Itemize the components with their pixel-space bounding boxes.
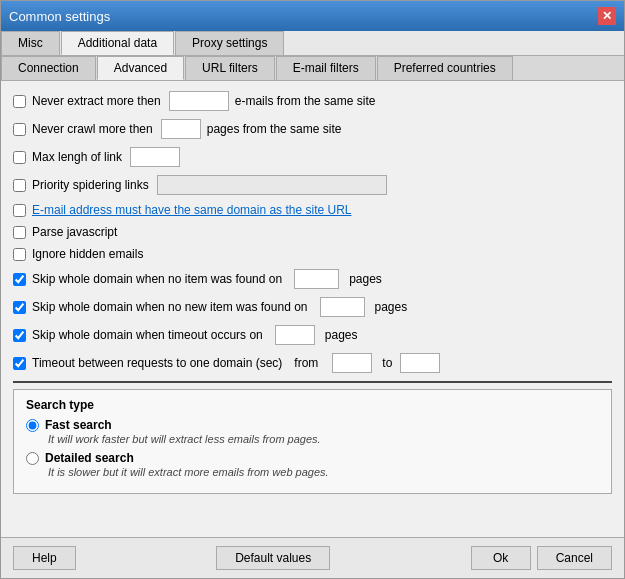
- timeout-between-text: Timeout between requests to one domain (…: [32, 356, 282, 370]
- title-bar: Common settings ✕: [1, 1, 624, 31]
- never-extract-input[interactable]: 10000: [169, 91, 229, 111]
- max-length-checkbox[interactable]: [13, 151, 26, 164]
- timeout-to-input[interactable]: 5: [400, 353, 440, 373]
- tab-misc[interactable]: Misc: [1, 31, 60, 55]
- bottom-tab-row: Connection Advanced URL filters E-mail f…: [1, 56, 624, 81]
- footer: Help Default values Ok Cancel: [1, 537, 624, 578]
- cancel-button[interactable]: Cancel: [537, 546, 612, 570]
- ignore-hidden-text: Ignore hidden emails: [32, 247, 143, 261]
- footer-right: Ok Cancel: [471, 546, 612, 570]
- priority-spidering-label[interactable]: Priority spidering links: [13, 178, 149, 192]
- tab-connection[interactable]: Connection: [1, 56, 96, 80]
- skip-no-new-item-text: Skip whole domain when no new item was f…: [32, 300, 308, 314]
- tab-additional-data[interactable]: Additional data: [61, 31, 174, 55]
- content-area: Never extract more then 10000 e-mails fr…: [1, 81, 624, 537]
- close-button[interactable]: ✕: [598, 7, 616, 25]
- max-length-label[interactable]: Max lengh of link: [13, 150, 122, 164]
- detailed-search-description: It is slower but it will extract more em…: [48, 465, 599, 480]
- skip-timeout-label[interactable]: Skip whole domain when timeout occurs on: [13, 328, 263, 342]
- never-crawl-input[interactable]: 3: [161, 119, 201, 139]
- skip-timeout-suffix: pages: [325, 328, 358, 342]
- max-length-input[interactable]: 128: [130, 147, 180, 167]
- parse-javascript-text: Parse javascript: [32, 225, 117, 239]
- window-title: Common settings: [9, 9, 110, 24]
- tab-advanced[interactable]: Advanced: [97, 56, 184, 80]
- max-length-text: Max lengh of link: [32, 150, 122, 164]
- main-window: Common settings ✕ Misc Additional data P…: [0, 0, 625, 579]
- skip-timeout-row: Skip whole domain when timeout occurs on…: [13, 325, 612, 345]
- search-type-title: Search type: [26, 398, 599, 412]
- never-extract-checkbox[interactable]: [13, 95, 26, 108]
- fast-search-option: Fast search It will work faster but will…: [26, 418, 599, 447]
- skip-no-new-item-checkbox[interactable]: [13, 301, 26, 314]
- skip-no-new-item-label[interactable]: Skip whole domain when no new item was f…: [13, 300, 308, 314]
- fast-search-radio[interactable]: [26, 419, 39, 432]
- help-button[interactable]: Help: [13, 546, 76, 570]
- max-length-row: Max lengh of link 128: [13, 147, 612, 167]
- never-crawl-checkbox[interactable]: [13, 123, 26, 136]
- timeout-between-label[interactable]: Timeout between requests to one domain (…: [13, 356, 282, 370]
- tab-url-filters[interactable]: URL filters: [185, 56, 275, 80]
- priority-spidering-text: Priority spidering links: [32, 178, 149, 192]
- never-extract-text: Never extract more then: [32, 94, 161, 108]
- never-crawl-text: Never crawl more then: [32, 122, 153, 136]
- skip-no-item-row: Skip whole domain when no item was found…: [13, 269, 612, 289]
- same-domain-label[interactable]: E-mail address must have the same domain…: [13, 203, 351, 217]
- detailed-search-option: Detailed search It is slower but it will…: [26, 451, 599, 480]
- tab-email-filters[interactable]: E-mail filters: [276, 56, 376, 80]
- fast-search-text: Fast search: [45, 418, 112, 432]
- separator: [13, 381, 612, 383]
- never-extract-row: Never extract more then 10000 e-mails fr…: [13, 91, 612, 111]
- timeout-to-label: to: [382, 356, 392, 370]
- skip-no-item-text: Skip whole domain when no item was found…: [32, 272, 282, 286]
- skip-timeout-text: Skip whole domain when timeout occurs on: [32, 328, 263, 342]
- never-extract-suffix: e-mails from the same site: [235, 94, 376, 108]
- parse-javascript-row: Parse javascript: [13, 225, 612, 239]
- detailed-search-label[interactable]: Detailed search: [26, 451, 599, 465]
- never-crawl-row: Never crawl more then 3 pages from the s…: [13, 119, 612, 139]
- timeout-between-row: Timeout between requests to one domain (…: [13, 353, 612, 373]
- skip-no-item-checkbox[interactable]: [13, 273, 26, 286]
- same-domain-checkbox[interactable]: [13, 204, 26, 217]
- skip-no-item-label[interactable]: Skip whole domain when no item was found…: [13, 272, 282, 286]
- skip-no-new-item-row: Skip whole domain when no new item was f…: [13, 297, 612, 317]
- parse-javascript-checkbox[interactable]: [13, 226, 26, 239]
- same-domain-row: E-mail address must have the same domain…: [13, 203, 612, 217]
- skip-no-new-item-input[interactable]: 50: [320, 297, 365, 317]
- fast-search-description: It will work faster but will extract les…: [48, 432, 599, 447]
- fast-search-label[interactable]: Fast search: [26, 418, 599, 432]
- ok-button[interactable]: Ok: [471, 546, 531, 570]
- default-values-button[interactable]: Default values: [216, 546, 330, 570]
- ignore-hidden-label[interactable]: Ignore hidden emails: [13, 247, 143, 261]
- same-domain-text: E-mail address must have the same domain…: [32, 203, 351, 217]
- skip-timeout-checkbox[interactable]: [13, 329, 26, 342]
- top-tab-row: Misc Additional data Proxy settings: [1, 31, 624, 56]
- detailed-search-text: Detailed search: [45, 451, 134, 465]
- timeout-from-prefix: from: [294, 356, 318, 370]
- never-extract-label[interactable]: Never extract more then: [13, 94, 161, 108]
- timeout-from-input[interactable]: 5: [332, 353, 372, 373]
- tab-proxy-settings[interactable]: Proxy settings: [175, 31, 284, 55]
- skip-no-item-input[interactable]: 20: [294, 269, 339, 289]
- parse-javascript-label[interactable]: Parse javascript: [13, 225, 117, 239]
- ignore-hidden-checkbox[interactable]: [13, 248, 26, 261]
- footer-left: Help: [13, 546, 76, 570]
- skip-no-item-suffix: pages: [349, 272, 382, 286]
- priority-spidering-checkbox[interactable]: [13, 179, 26, 192]
- tab-preferred-countries[interactable]: Preferred countries: [377, 56, 513, 80]
- detailed-search-radio[interactable]: [26, 452, 39, 465]
- priority-spidering-input[interactable]: contact feedback: [157, 175, 387, 195]
- search-type-box: Search type Fast search It will work fas…: [13, 389, 612, 494]
- priority-spidering-row: Priority spidering links contact feedbac…: [13, 175, 612, 195]
- never-crawl-suffix: pages from the same site: [207, 122, 342, 136]
- skip-no-new-item-suffix: pages: [375, 300, 408, 314]
- ignore-hidden-row: Ignore hidden emails: [13, 247, 612, 261]
- timeout-between-checkbox[interactable]: [13, 357, 26, 370]
- never-crawl-label[interactable]: Never crawl more then: [13, 122, 153, 136]
- skip-timeout-input[interactable]: 3: [275, 325, 315, 345]
